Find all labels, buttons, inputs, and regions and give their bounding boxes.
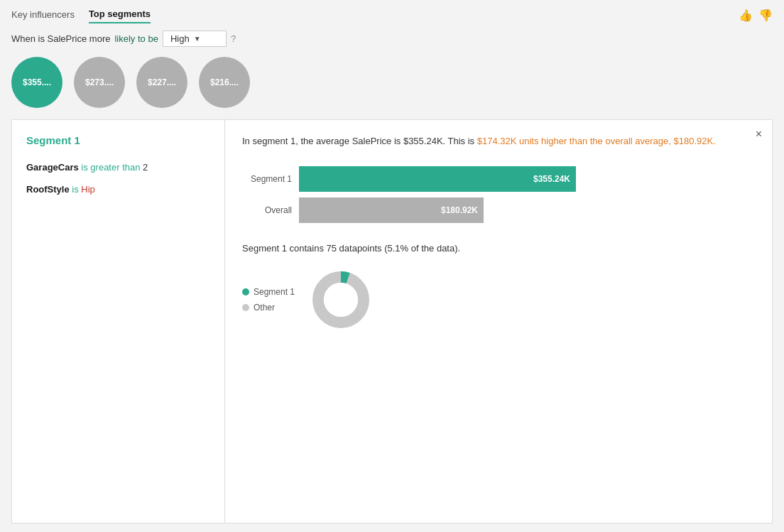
legend-label-segment: Segment 1 xyxy=(254,287,295,297)
donut-svg xyxy=(309,268,373,332)
bar-fill-segment: $355.24K xyxy=(299,166,576,192)
legend-item-other: Other xyxy=(242,303,295,313)
bar-row-segment: Segment 1 $355.24K xyxy=(242,166,755,192)
bar-label-overall: Overall xyxy=(242,205,299,215)
bar-track-overall: $180.92K xyxy=(299,197,484,223)
rule-1-value: 2 xyxy=(143,162,148,173)
bubble-2[interactable]: $273.... xyxy=(74,57,125,108)
legend-dot-other xyxy=(242,304,249,311)
description-normal: In segment 1, the average SalePrice is $… xyxy=(242,136,477,146)
bar-label-segment: Segment 1 xyxy=(242,174,299,184)
rule-2-value: Hip xyxy=(81,184,95,195)
thumbs-down-icon[interactable]: 👎 xyxy=(758,9,773,22)
rule-2: RoofStyle is Hip xyxy=(26,183,210,197)
description-highlight: $174.32K units higher than the overall a… xyxy=(477,136,716,146)
bar-fill-overall: $180.92K xyxy=(299,197,484,223)
rule-1-operator: is greater than xyxy=(81,162,143,173)
rule-2-operator: is xyxy=(72,184,81,195)
legend-dot-segment xyxy=(242,288,249,295)
help-icon[interactable]: ? xyxy=(231,33,236,44)
right-panel: × In segment 1, the average SalePrice is… xyxy=(225,120,772,523)
rule-2-field: RoofStyle xyxy=(26,184,70,195)
bubble-4[interactable]: $216.... xyxy=(199,57,250,108)
svg-point-2 xyxy=(324,283,358,317)
bar-track-segment: $355.24K xyxy=(299,166,576,192)
close-button[interactable]: × xyxy=(756,129,762,140)
query-highlight: likely to be xyxy=(114,33,158,44)
segment-title: Segment 1 xyxy=(26,134,210,146)
main-container: Key influencers Top segments 👍 👎 When is… xyxy=(0,0,784,532)
tab-top-segments[interactable]: Top segments xyxy=(89,9,151,23)
query-prefix: When is SalePrice more xyxy=(11,33,110,44)
datapoints-text: Segment 1 contains 75 datapoints (5.1% o… xyxy=(242,243,755,254)
tab-key-influencers[interactable]: Key influencers xyxy=(11,9,75,23)
bubble-1[interactable]: $355.... xyxy=(11,57,62,108)
bar-value-segment: $355.24K xyxy=(533,174,570,184)
bar-row-overall: Overall $180.92K xyxy=(242,197,755,223)
dropdown-value[interactable]: High ▼ xyxy=(163,31,227,47)
rule-1-field: GarageCars xyxy=(26,162,79,173)
thumbs-up-icon[interactable]: 👍 xyxy=(739,9,753,22)
legend-item-segment: Segment 1 xyxy=(242,287,295,297)
main-panel: Segment 1 GarageCars is greater than 2 R… xyxy=(11,119,773,523)
rule-1: GarageCars is greater than 2 xyxy=(26,161,210,175)
description-text: In segment 1, the average SalePrice is $… xyxy=(242,134,725,149)
legend: Segment 1 Other xyxy=(242,287,295,313)
query-bar: When is SalePrice more likely to be High… xyxy=(11,31,773,47)
feedback-icons: 👍 👎 xyxy=(739,9,773,22)
chevron-down-icon: ▼ xyxy=(194,35,201,43)
chart-section: Segment 1 Other xyxy=(242,268,755,332)
donut-chart xyxy=(309,268,373,332)
segment-bubbles: $355.... $273.... $227.... $216.... xyxy=(11,57,773,108)
tabs-bar: Key influencers Top segments 👍 👎 xyxy=(11,9,773,23)
bubble-3[interactable]: $227.... xyxy=(136,57,187,108)
left-panel: Segment 1 GarageCars is greater than 2 R… xyxy=(12,120,225,523)
bar-value-overall: $180.92K xyxy=(441,205,478,215)
legend-label-other: Other xyxy=(254,303,275,313)
bar-chart: Segment 1 $355.24K Overall $180.92K xyxy=(242,166,755,223)
